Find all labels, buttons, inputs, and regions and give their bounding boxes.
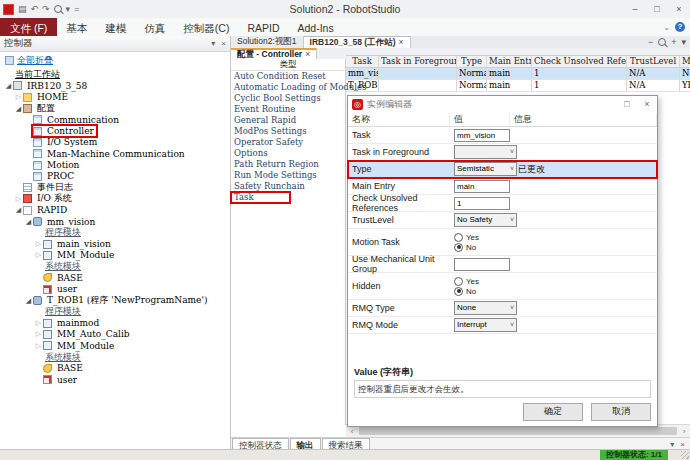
ribbon-tab--[interactable]: 仿真 — [135, 18, 174, 36]
collapse-ribbon-caret-icon[interactable]: ⌄ — [663, 23, 670, 32]
rmq-type-dropdown[interactable]: None˅ — [454, 301, 517, 315]
dialog-title-bar[interactable]: ◎ 实例编辑器 □ × — [348, 96, 657, 113]
type-item-options[interactable]: Options — [231, 148, 345, 159]
zoom-out-icon[interactable]: − — [648, 37, 653, 47]
tab-close-icon[interactable]: × — [399, 37, 404, 47]
tree-item[interactable]: Controller — [0, 125, 230, 136]
type-item-modpos-settings[interactable]: ModPos Settings — [231, 126, 345, 137]
help-icon[interactable]: ? — [675, 22, 685, 32]
rmq-mode-dropdown[interactable]: Interrupt˅ — [454, 318, 517, 332]
type-dropdown[interactable]: Semistatic˅ — [454, 162, 517, 176]
tree-item[interactable]: BASE — [0, 272, 230, 283]
type-item-cyclic-bool-settings[interactable]: Cyclic Bool Settings — [231, 93, 345, 104]
toolbar-more-icon[interactable]: = — [74, 4, 79, 14]
window-menu-caret-icon[interactable]: ▾ — [681, 37, 686, 47]
dialog-close-button[interactable]: × — [637, 96, 657, 113]
collapsed-arrow-icon[interactable]: ▷ — [34, 342, 43, 350]
hidden-radio-yes[interactable]: Yes — [454, 277, 514, 286]
dropdown-caret-icon[interactable]: ▾ — [66, 4, 71, 14]
tree-item[interactable]: Motion — [0, 159, 230, 170]
expanded-arrow-icon[interactable]: ◢ — [24, 297, 33, 305]
type-item-general-rapid[interactable]: General Rapid — [231, 115, 345, 126]
tab-config-controller[interactable]: 配置 - Controller × — [231, 48, 317, 59]
tree-item[interactable]: ▷MM_Module — [0, 250, 230, 261]
tree-item[interactable]: BASE — [0, 363, 230, 374]
task-input[interactable]: mm_vision — [454, 129, 510, 142]
doc-tab-solution2-1[interactable]: Solution2:视图1 — [231, 36, 304, 48]
hidden-radio-no[interactable]: No — [454, 287, 514, 296]
collapsed-arrow-icon[interactable]: ▷ — [14, 195, 23, 203]
type-item-operator-safety[interactable]: Operator Safety — [231, 137, 345, 148]
trustlevel-dropdown[interactable]: No Safety˅ — [454, 213, 517, 227]
minimize-button[interactable]: – — [624, 0, 646, 18]
tree-item[interactable]: user — [0, 374, 230, 385]
zoom-icon[interactable] — [54, 5, 62, 13]
close-button[interactable]: × — [668, 0, 690, 18]
close-icon[interactable]: × — [680, 440, 685, 449]
tree-item[interactable]: ▷mainmod — [0, 318, 230, 329]
expanded-arrow-icon[interactable]: ◢ — [4, 82, 13, 90]
task-in-foreground-dropdown[interactable]: ˅ — [454, 145, 517, 159]
ok-button[interactable]: 确定 — [523, 403, 583, 421]
use-mechanical-unit-group-input[interactable] — [454, 258, 510, 271]
scroll-left-icon[interactable]: ‹ — [346, 427, 358, 436]
zoom-icon[interactable] — [658, 38, 666, 46]
check-unsolved-references-input[interactable]: 1 — [454, 197, 510, 210]
type-item-event-routine[interactable]: Event Routine — [231, 104, 345, 115]
close-icon[interactable]: × — [221, 39, 226, 48]
ribbon-tab--c-[interactable]: 控制器(C) — [174, 18, 238, 36]
save-icon[interactable]: ▤ — [18, 4, 27, 14]
controller-status-badge[interactable]: 控制器状态: 1/1 — [600, 450, 668, 460]
expanded-arrow-icon[interactable]: ◢ — [14, 206, 23, 214]
collapsed-arrow-icon[interactable]: ▷ — [34, 319, 43, 327]
collapsed-arrow-icon[interactable]: ▷ — [34, 251, 43, 259]
tree-item[interactable]: ◢T_ROB1 (程序 'NewProgramName') — [0, 295, 230, 306]
tree-item[interactable]: ◢配置 — [0, 103, 230, 114]
tree-item[interactable]: Communication — [0, 114, 230, 125]
type-item-path-return-region[interactable]: Path Return Region — [231, 159, 345, 170]
ribbon-tab--[interactable]: 建模 — [96, 18, 135, 36]
table-row[interactable]: T_ROB1Normalmain1N/AYES — [346, 80, 690, 92]
pin-icon[interactable]: ▾ — [670, 440, 674, 449]
tree-item[interactable]: 系统模块 — [0, 261, 230, 272]
collapsed-arrow-icon[interactable]: ▷ — [14, 93, 23, 101]
type-item-safety-runchain[interactable]: Safety Runchain — [231, 181, 345, 192]
tree-item[interactable]: ▷I/O 系统 — [0, 193, 230, 204]
tree-item[interactable]: ▷MM_Module — [0, 340, 230, 351]
tree-item[interactable]: I/O System — [0, 137, 230, 148]
type-item-run-mode-settings[interactable]: Run Mode Settings — [231, 170, 345, 181]
resize-grip[interactable] — [681, 451, 689, 459]
collapsed-arrow-icon[interactable]: ▷ — [34, 330, 43, 338]
table-row[interactable]: mm_visionNormalmain1N/ANO — [346, 68, 690, 80]
pin-icon[interactable]: ▾ — [211, 39, 215, 48]
scrollbar-thumb[interactable] — [359, 427, 677, 435]
tree-item[interactable]: 当前工作站 — [0, 69, 230, 80]
motion-task-radio-no[interactable]: No — [454, 243, 514, 252]
tree-item[interactable]: ▷main_vision — [0, 238, 230, 249]
dialog-maximize-button[interactable]: □ — [617, 96, 637, 113]
tab-close-icon[interactable]: × — [305, 50, 310, 59]
expanded-arrow-icon[interactable]: ◢ — [24, 218, 33, 226]
tree-item[interactable]: 程序模块 — [0, 306, 230, 317]
type-item-automatic-loading-of-modules[interactable]: Automatic Loading of Modules — [231, 82, 345, 93]
zoom-in-icon[interactable]: + — [671, 37, 676, 47]
scroll-right-icon[interactable]: › — [678, 427, 690, 436]
collapsed-arrow-icon[interactable]: ▷ — [34, 240, 43, 248]
collapse-all-link[interactable]: 全部折叠 — [0, 52, 230, 68]
tree-item[interactable]: 系统模块 — [0, 351, 230, 362]
tree-item[interactable]: ◢IRB120_3_58 — [0, 80, 230, 91]
redo-icon[interactable]: ↷ — [42, 4, 50, 14]
cancel-button[interactable]: 取消 — [591, 403, 651, 421]
tree-item[interactable]: ▷MM_Auto_Calib — [0, 329, 230, 340]
file-tab[interactable]: 文件 (F) — [0, 18, 57, 36]
ribbon-tab--[interactable]: 基本 — [57, 18, 96, 36]
type-item-task[interactable]: Task — [231, 192, 290, 203]
tree-item[interactable]: 程序模块 — [0, 227, 230, 238]
expanded-arrow-icon[interactable]: ◢ — [14, 105, 23, 113]
type-item-auto-condition-reset[interactable]: Auto Condition Reset — [231, 71, 345, 82]
tree-item[interactable]: ◢RAPID — [0, 205, 230, 216]
motion-task-radio-yes[interactable]: Yes — [454, 233, 514, 242]
main-entry-input[interactable]: main — [454, 180, 510, 193]
ribbon-tab-add-ins[interactable]: Add-Ins — [289, 18, 343, 36]
ribbon-tab-rapid[interactable]: RAPID — [238, 18, 288, 36]
